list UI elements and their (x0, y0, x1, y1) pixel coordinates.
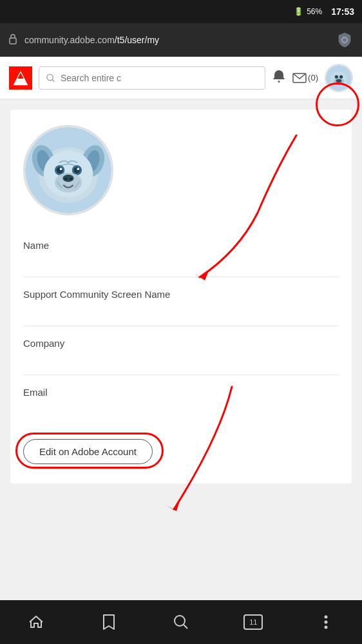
bell-icon[interactable] (272, 69, 286, 86)
svg-point-38 (175, 616, 185, 626)
email-field: Email (23, 375, 339, 424)
brave-shield-icon[interactable] (335, 30, 354, 50)
svg-point-33 (62, 175, 73, 182)
tabs-badge: 11 (243, 614, 263, 630)
svg-point-2 (343, 38, 347, 42)
svg-point-40 (324, 616, 327, 619)
url-domain: community.adobe.com (24, 35, 115, 45)
svg-rect-0 (10, 38, 16, 44)
url-path: /t5/user/my (115, 35, 159, 45)
profile-card: Name Support Community Screen Name Compa… (10, 110, 352, 483)
svg-point-34 (64, 177, 68, 180)
name-field: Name (23, 228, 339, 277)
status-time: 17:53 (331, 6, 354, 17)
status-icons: 🔋 56% (294, 7, 322, 16)
browser-bar: community.adobe.com/t5/user/my (0, 23, 362, 57)
mail-count: (0) (308, 73, 318, 83)
email-label: Email (23, 387, 339, 398)
avatar-section (23, 125, 339, 215)
adobe-logo[interactable] (9, 66, 32, 90)
svg-point-6 (47, 74, 53, 80)
tabs-count: 11 (249, 618, 257, 626)
edit-adobe-account-button[interactable]: Edit on Adobe Account (23, 439, 153, 464)
svg-point-18 (336, 79, 341, 81)
bookmark-icon (102, 614, 116, 630)
nav-tabs[interactable]: 11 (234, 606, 272, 638)
svg-point-16 (340, 75, 342, 77)
name-value (23, 256, 339, 269)
svg-line-39 (184, 625, 187, 629)
company-value (23, 354, 339, 367)
header-user-avatar[interactable] (325, 64, 353, 92)
search-icon (46, 73, 55, 83)
search-nav-icon (173, 614, 189, 630)
svg-point-29 (74, 167, 81, 173)
adobe-header: (0) (0, 57, 362, 99)
url-bar[interactable]: community.adobe.com/t5/user/my (24, 35, 329, 45)
svg-marker-37 (166, 499, 180, 511)
search-box[interactable] (39, 66, 265, 90)
company-field: Company (23, 326, 339, 375)
more-icon (324, 614, 328, 630)
svg-line-7 (52, 79, 54, 81)
field-group: Name Support Community Screen Name Compa… (23, 228, 339, 424)
mail-icon (292, 73, 307, 83)
nav-search[interactable] (162, 606, 200, 638)
svg-point-8 (278, 81, 280, 83)
lock-icon (8, 33, 18, 47)
home-icon (28, 614, 44, 630)
svg-point-30 (60, 168, 62, 170)
mail-section[interactable]: (0) (292, 73, 318, 83)
nav-bookmark[interactable] (90, 606, 128, 638)
main-content: Name Support Community Screen Name Compa… (0, 99, 362, 494)
search-input[interactable] (61, 73, 258, 83)
company-label: Company (23, 338, 339, 349)
svg-point-31 (77, 168, 79, 170)
nav-home[interactable] (17, 606, 55, 638)
svg-point-15 (336, 75, 338, 77)
email-value (23, 403, 339, 416)
svg-point-28 (57, 167, 63, 173)
battery-icon: 🔋 (294, 7, 303, 16)
status-bar: 🔋 56% 17:53 (0, 0, 362, 23)
svg-point-41 (324, 621, 327, 624)
profile-avatar[interactable] (23, 125, 113, 215)
nav-more[interactable] (307, 606, 345, 638)
svg-point-42 (324, 626, 327, 629)
screen-name-label: Support Community Screen Name (23, 289, 339, 300)
battery-percent: 56% (307, 7, 322, 16)
svg-point-35 (69, 177, 72, 180)
bottom-nav: 11 (0, 600, 362, 644)
screen-name-field: Support Community Screen Name (23, 277, 339, 326)
name-label: Name (23, 240, 339, 251)
screen-name-value (23, 305, 339, 318)
edit-btn-container: Edit on Adobe Account (23, 439, 339, 464)
